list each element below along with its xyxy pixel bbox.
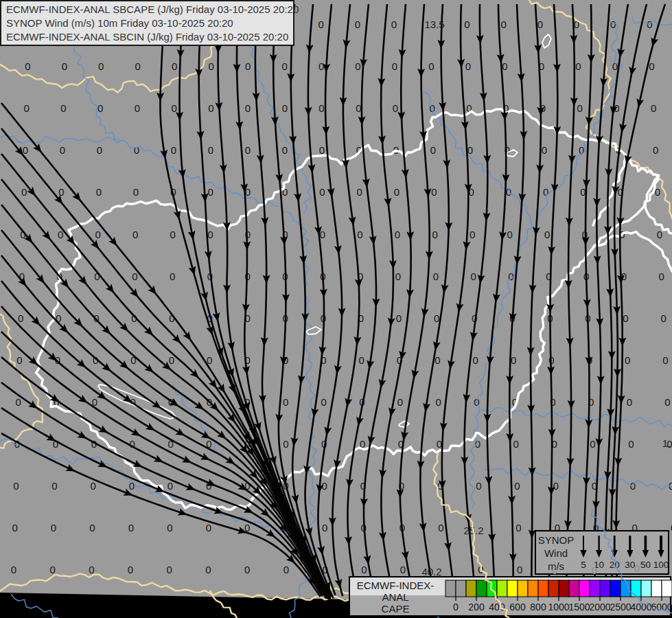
grid-value: 0 xyxy=(438,522,443,534)
grid-value: 0 xyxy=(435,354,440,366)
grid-value: 0 xyxy=(97,144,102,156)
grid-value: 0 xyxy=(319,186,325,198)
cape-scale-cell xyxy=(528,580,538,597)
grid-value: 0 xyxy=(500,19,506,30)
grid-value: 0 xyxy=(467,144,473,156)
grid-value: 0 xyxy=(97,102,103,114)
grid-value: 0 xyxy=(651,102,656,114)
grid-value: 0 xyxy=(475,438,480,450)
map-background xyxy=(0,0,672,618)
grid-value: 0 xyxy=(400,564,406,575)
grid-value: 0 xyxy=(209,60,214,72)
grid-value: 0 xyxy=(283,564,289,575)
wind-legend-title-line1: SYNOP xyxy=(536,534,576,547)
grid-value: 0 xyxy=(51,522,56,534)
grid-value: 0 xyxy=(395,271,401,282)
grid-value: 0 xyxy=(282,102,288,114)
grid-value: 0 xyxy=(62,60,67,72)
grid-value: 0 xyxy=(396,312,402,324)
grid-value: 0 xyxy=(465,60,471,72)
grid-value: 0 xyxy=(355,19,360,30)
cape-scale-tick-label: 400 xyxy=(489,602,505,613)
cape-scale-tick-label: 2000 xyxy=(589,602,610,613)
grid-value: 0 xyxy=(476,480,481,492)
grid-value: 0 xyxy=(283,396,288,408)
grid-value: 0 xyxy=(128,564,133,575)
cape-scale-cell xyxy=(579,580,590,597)
grid-value: 0 xyxy=(580,186,586,198)
grid-value: 0 xyxy=(575,60,581,72)
grid-value: 0 xyxy=(478,564,483,575)
index-value-annotation: 25.2 xyxy=(463,525,483,536)
grid-value: 0 xyxy=(513,438,519,450)
grid-value: 0 xyxy=(18,312,23,324)
cape-legend-box: ECMWF-INDEX-ANAL CAPE J/kg 0200400600800… xyxy=(349,576,671,617)
cape-scale-tick-label: 2500 xyxy=(610,602,631,613)
grid-value: 0 xyxy=(134,144,139,156)
grid-value: 0 xyxy=(553,480,559,492)
grid-value: 0 xyxy=(660,312,666,324)
wind-speed-label: 50 xyxy=(640,560,651,570)
grid-value: 0 xyxy=(464,19,470,30)
cape-scale-cell xyxy=(662,580,672,597)
grid-value: 0 xyxy=(653,144,658,156)
grid-value: 0 xyxy=(128,522,134,534)
grid-value: 0 xyxy=(245,60,251,72)
wind-speed-label: 5 xyxy=(581,560,586,570)
cape-scale-cell xyxy=(641,580,651,597)
grid-value: 0 xyxy=(627,396,632,408)
cape-scale-tick-label: 600 xyxy=(509,602,526,613)
map-base-layer: 0000000000000000000000000000000000000000… xyxy=(0,0,672,618)
grid-value: 0 xyxy=(392,60,397,72)
grid-value: 0 xyxy=(434,312,439,324)
grid-value: 0 xyxy=(11,564,16,575)
grid-value: 0 xyxy=(49,564,55,575)
grid-value: 0 xyxy=(132,229,138,240)
grid-value: 0 xyxy=(60,144,65,156)
index-value-annotation: 13.5 xyxy=(424,19,444,30)
cape-scale-cell xyxy=(559,580,569,597)
wind-speed-arrowhead xyxy=(596,550,602,558)
wind-speed-label: 30 xyxy=(625,560,635,570)
cape-scale-tick-label: 0 xyxy=(453,602,459,613)
grid-value: 0 xyxy=(612,60,618,72)
cape-scale-cell xyxy=(651,580,662,597)
cape-scale-cell xyxy=(621,580,631,597)
grid-value: 0 xyxy=(473,354,478,366)
grid-value: 0 xyxy=(610,19,616,30)
cape-scale-tick-label: 6000 xyxy=(651,602,672,613)
grid-value: 0 xyxy=(515,522,521,534)
grid-value: 0 xyxy=(394,186,399,198)
grid-value: 0 xyxy=(25,60,30,72)
cape-scale-cell xyxy=(487,580,497,597)
cape-scale-cell xyxy=(569,580,579,597)
grid-value: 0 xyxy=(98,60,104,72)
grid-value: 0 xyxy=(395,229,400,240)
cape-scale-cell xyxy=(497,580,507,597)
grid-value: 0 xyxy=(170,229,176,240)
grid-value: 0 xyxy=(167,564,172,575)
grid-value: 0 xyxy=(507,229,513,240)
grid-value: 0 xyxy=(470,229,475,240)
grid-value: 0 xyxy=(23,102,29,114)
weather-map-canvas: 0000000000000000000000000000000000000000… xyxy=(0,0,672,618)
grid-value: 0 xyxy=(245,102,251,114)
grid-value: 0 xyxy=(437,438,442,450)
grid-value: 0 xyxy=(135,102,140,114)
grid-value: 0 xyxy=(135,60,141,72)
cape-scale-cell xyxy=(476,580,487,597)
grid-value: 0 xyxy=(208,102,213,114)
grid-value: 0 xyxy=(244,564,250,575)
wind-legend-title-line2: Wind xyxy=(536,547,576,560)
grid-value: 0 xyxy=(172,60,177,72)
grid-value: 0 xyxy=(393,102,398,114)
grid-value: 0 xyxy=(356,102,361,114)
cape-scale-cell xyxy=(507,580,518,597)
grid-value: 0 xyxy=(319,144,325,156)
grid-value: 0 xyxy=(664,396,670,408)
grid-value: 0 xyxy=(167,480,173,492)
grid-value: 0 xyxy=(13,480,19,492)
grid-value: 0 xyxy=(133,186,139,198)
grid-value: 0 xyxy=(205,564,211,575)
wind-speed-label: 20 xyxy=(610,560,620,570)
